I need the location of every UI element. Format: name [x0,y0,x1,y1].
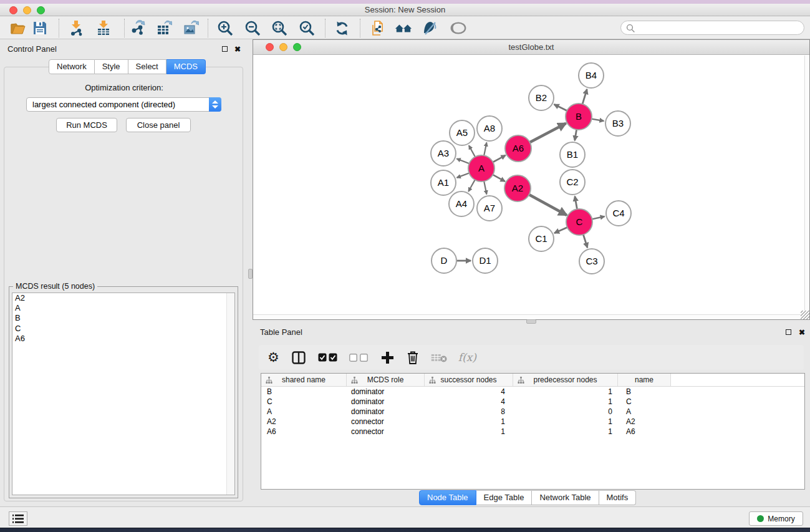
memory-label: Memory [768,515,794,523]
toolbar-separator [208,19,208,37]
graph-edge[interactable] [469,145,475,157]
import-network-button[interactable] [67,19,85,37]
graph-edge[interactable] [575,130,577,141]
criterion-dropdown[interactable]: largest connected component (directed) [26,97,221,112]
graph-edge[interactable] [493,155,505,162]
graph-edge[interactable] [529,195,566,215]
tab-network-table[interactable]: Network Table [532,490,599,505]
save-session-button[interactable] [31,19,49,37]
zoom-in-button[interactable] [216,19,234,37]
graph-edge[interactable] [456,158,469,163]
column-header[interactable]: shared name [261,374,347,386]
tab-node-table[interactable]: Node Table [419,490,476,505]
duplicate-network-icon [370,20,387,37]
birds-eye-button[interactable] [450,19,467,37]
graph-edge[interactable] [457,173,470,177]
mcds-result-item[interactable]: B [12,313,234,323]
graph-node-label: B [576,111,582,122]
graph-edge[interactable] [554,104,567,110]
graph-edge[interactable] [583,235,587,248]
table-row[interactable]: A6connector11A6 [261,427,804,437]
hide-graphics-details-button[interactable] [422,19,439,37]
graph-edge[interactable] [484,143,486,156]
tab-network[interactable]: Network [49,59,95,74]
graph-edge[interactable] [554,227,567,233]
tab-motifs[interactable]: Motifs [599,490,637,505]
export-image-button[interactable] [182,19,200,37]
table-row[interactable]: Bdominator41B [261,387,804,397]
result-scrollbar[interactable] [226,293,234,495]
split-view-button[interactable] [292,348,306,367]
graph-edge[interactable] [592,119,604,121]
network-canvas[interactable]: B4B2BB3A8A5A6B1A3AA1C2A2A4A7CC4C1C3DD1 [253,56,809,319]
float-table-panel-icon[interactable] [786,329,791,335]
mcds-result-item[interactable]: A [12,303,234,313]
close-panel-icon[interactable]: ✖ [234,46,241,53]
memory-button[interactable]: Memory [749,511,803,526]
graph-edge[interactable] [493,175,504,181]
tab-select[interactable]: Select [128,59,166,74]
export-table-icon [156,20,172,36]
column-header[interactable]: successor nodes [425,374,513,386]
horizontal-split-handle[interactable] [526,319,536,324]
table-row[interactable]: Adominator80A [261,407,804,417]
table-settings-button[interactable]: ⚙ [268,348,279,367]
import-table-button[interactable] [95,19,112,37]
graph-node-label: A7 [484,203,495,213]
mcds-result-list[interactable]: A2ABCA6 [12,293,235,495]
open-session-button[interactable] [9,19,27,37]
graph-edge[interactable] [592,216,604,219]
zoom-selected-button[interactable] [298,19,316,37]
graph-edge[interactable] [530,123,566,143]
function-builder-button[interactable]: f(x) [458,348,476,367]
zoom-fit-icon [271,20,288,37]
mcds-result-item[interactable]: A6 [12,334,234,344]
select-all-button[interactable] [318,348,338,367]
run-mcds-button[interactable]: Run MCDS [56,118,117,132]
tab-style[interactable]: Style [95,59,128,74]
task-history-button[interactable] [9,511,27,526]
table-row[interactable]: A2connector11A2 [261,417,804,427]
export-network-button[interactable] [129,19,147,37]
mcds-result-item[interactable]: A2 [12,293,234,303]
delete-column-button[interactable] [407,348,418,367]
column-header[interactable]: name [618,374,671,386]
add-column-button[interactable] [382,348,393,367]
graph-node-label: A6 [513,143,524,153]
resize-grip[interactable] [801,311,809,319]
home-button[interactable] [395,19,412,37]
search-input[interactable] [637,22,799,34]
vertical-split-handle[interactable] [248,269,253,279]
float-panel-icon[interactable] [222,46,228,52]
close-panel-button[interactable]: Close panel [126,118,191,132]
tab-edge-table[interactable]: Edge Table [476,490,533,505]
tab-mcds[interactable]: MCDS [166,59,206,74]
graph-edge[interactable] [575,196,577,210]
graph-edge[interactable] [484,181,486,195]
column-header[interactable]: predecessor nodes [513,374,618,386]
deselect-all-button[interactable] [349,348,368,367]
table-row[interactable]: Cdominator41C [261,397,804,407]
column-header[interactable]: MCDS role [347,374,425,386]
zoom-out-button[interactable] [244,19,261,37]
horizontal-scrollbar[interactable] [253,314,804,319]
refresh-button[interactable] [333,19,350,37]
close-table-panel-icon[interactable]: ✖ [799,329,805,336]
plus-icon [382,352,393,364]
table-panel: Table Panel ✖ ⚙ f(x) shared nameMCDS rol… [253,324,810,506]
duplicate-network-button[interactable] [369,19,387,37]
graph-node-label: A2 [512,183,523,193]
delete-table-button[interactable] [431,348,447,367]
vertical-scrollbar[interactable] [804,56,809,314]
network-graph[interactable]: B4B2BB3A8A5A6B1A3AA1C2A2A4A7CC4C1C3DD1 [253,56,809,320]
zoom-fit-button[interactable] [271,19,288,37]
search-field[interactable] [620,21,804,35]
criterion-value: largest connected component (directed) [32,100,175,109]
table-tabs: Node Table Edge Table Network Table Moti… [419,490,636,505]
mcds-result-title: MCDS result (5 nodes) [13,282,97,291]
graph-edge[interactable] [582,89,587,104]
export-table-button[interactable] [155,19,173,37]
mcds-result-item[interactable]: C [12,324,234,334]
deselect-all-checkbox-icon [349,354,368,362]
graph-edge[interactable] [468,180,475,191]
